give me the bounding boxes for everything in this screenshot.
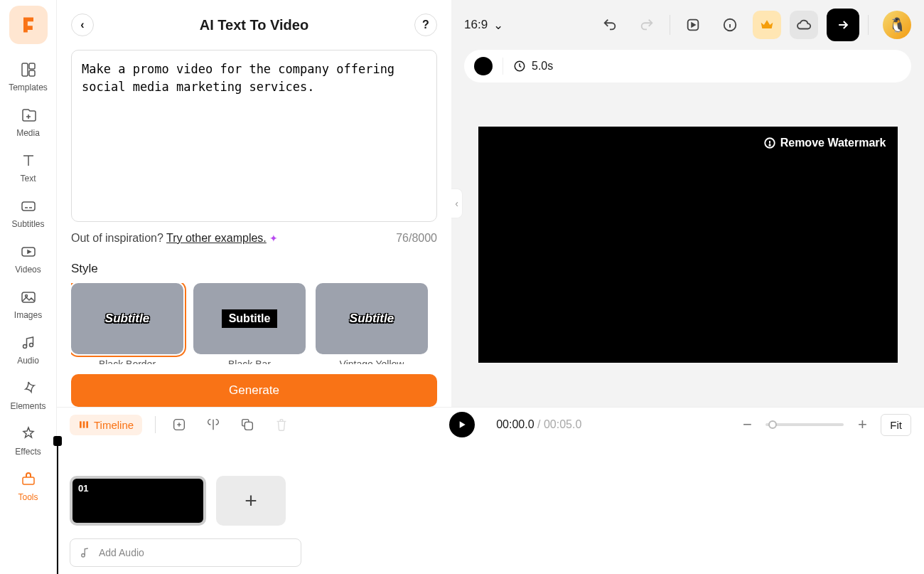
sidebar-item-videos[interactable]: Videos — [0, 235, 56, 280]
audio-icon — [18, 333, 38, 353]
svg-rect-24 — [86, 421, 88, 427]
add-audio-button[interactable]: Add Audio — [70, 538, 301, 567]
prompt-input[interactable] — [71, 50, 437, 222]
user-avatar[interactable]: 🐧 — [883, 11, 911, 39]
sidebar-item-text[interactable]: Text — [0, 144, 56, 189]
style-name: Black Border — [99, 358, 156, 364]
timeline-body[interactable]: 01 + Add Audio — [57, 442, 924, 574]
add-button[interactable] — [168, 414, 190, 435]
fit-button[interactable]: Fit — [881, 414, 911, 436]
back-button[interactable]: ‹ — [71, 14, 94, 36]
tools-icon — [18, 469, 38, 489]
svg-rect-10 — [22, 292, 35, 302]
svg-rect-5 — [22, 202, 35, 211]
sidebar-item-label: Templates — [9, 83, 48, 92]
zoom-slider[interactable] — [765, 423, 844, 426]
char-counter: 76/8000 — [396, 232, 437, 245]
play-button[interactable] — [449, 412, 475, 437]
templates-icon — [18, 60, 38, 80]
remove-watermark-button[interactable]: Remove Watermark — [763, 137, 886, 149]
text-icon — [18, 151, 38, 171]
top-toolbar: 16:9 ⌄ 🐧 — [451, 0, 924, 50]
svg-rect-1 — [29, 63, 35, 69]
svg-rect-0 — [22, 63, 28, 76]
undo-button[interactable] — [596, 11, 624, 39]
sidebar-item-media[interactable]: Media — [0, 98, 56, 144]
sidebar-item-label: Videos — [15, 265, 41, 275]
sidebar-item-effects[interactable]: Effects — [0, 417, 56, 462]
svg-point-21 — [769, 144, 770, 146]
sidebar-item-label: Media — [16, 128, 40, 138]
zoom-in-button[interactable]: + — [854, 415, 871, 434]
sidebar-item-templates[interactable]: Templates — [0, 53, 56, 98]
text-to-video-panel: ‹ AI Text To Video ? Out of inspiration?… — [57, 0, 451, 407]
sidebar-item-label: Subtitles — [11, 219, 44, 229]
svg-rect-2 — [29, 70, 35, 76]
sidebar-item-tools[interactable]: Tools — [0, 462, 56, 508]
svg-marker-29 — [460, 421, 466, 427]
timeline-toolbar: Timeline 00:00.0 / 00:05.0 − + Fit — [57, 408, 924, 442]
delete-button[interactable] — [271, 414, 292, 435]
images-icon — [18, 287, 38, 307]
style-label: Style — [71, 262, 437, 276]
subtitles-icon — [18, 196, 38, 216]
scene-bar: 5.0s — [464, 50, 911, 83]
sparkle-icon: ✦ — [269, 233, 278, 244]
sidebar-item-subtitles[interactable]: Subtitles — [0, 189, 56, 235]
elements-icon — [18, 378, 38, 398]
media-icon — [18, 105, 38, 125]
svg-rect-22 — [80, 421, 82, 427]
zoom-out-button[interactable]: − — [738, 415, 756, 434]
preview-button[interactable] — [679, 11, 707, 39]
svg-marker-16 — [692, 23, 695, 27]
clip-01[interactable]: 01 — [70, 476, 206, 526]
styles-row: Subtitle Black Border Subtitle Black Bar… — [71, 283, 437, 364]
help-button[interactable]: ? — [414, 14, 437, 36]
timecode: 00:00.0 / 00:05.0 — [496, 418, 581, 431]
video-canvas[interactable]: Remove Watermark — [478, 127, 898, 363]
sidebar-item-label: Effects — [15, 447, 41, 457]
aspect-ratio-dropdown[interactable]: 16:9 ⌄ — [464, 18, 503, 33]
style-option-vintage-yellow[interactable]: Subtitle — [316, 283, 428, 354]
style-name: Black Bar — [228, 358, 271, 364]
scene-thumbnail[interactable] — [474, 57, 493, 75]
svg-point-30 — [82, 554, 85, 558]
generate-button[interactable]: Generate — [71, 374, 437, 407]
sidebar: Templates Media Text Subtitles Videos Im… — [0, 0, 57, 574]
style-option-black-bar[interactable]: Subtitle — [193, 283, 306, 354]
info-button[interactable] — [716, 11, 744, 39]
inspiration-text: Out of inspiration? Try other examples.✦ — [71, 232, 278, 245]
sidebar-item-elements[interactable]: Elements — [0, 371, 56, 417]
svg-marker-9 — [28, 250, 31, 253]
sidebar-item-audio[interactable]: Audio — [0, 326, 56, 371]
split-button[interactable] — [203, 414, 224, 435]
style-option-black-border[interactable]: Subtitle — [71, 283, 183, 354]
cloud-save-button[interactable] — [790, 11, 818, 39]
svg-rect-23 — [83, 421, 85, 427]
scene-duration[interactable]: 5.0s — [513, 60, 553, 73]
panel-title: AI Text To Video — [200, 17, 308, 33]
chevron-down-icon: ⌄ — [493, 18, 503, 33]
music-note-icon — [79, 546, 92, 559]
duplicate-button[interactable] — [237, 414, 258, 435]
effects-icon — [18, 424, 38, 444]
redo-button[interactable] — [633, 11, 661, 39]
export-button[interactable] — [827, 9, 859, 41]
timeline-tab[interactable]: Timeline — [70, 415, 142, 435]
add-clip-button[interactable]: + — [216, 476, 286, 526]
clock-icon — [513, 60, 526, 73]
timeline-section: Timeline 00:00.0 / 00:05.0 − + Fit 01 + — [57, 407, 924, 574]
sidebar-item-label: Tools — [18, 492, 38, 502]
timeline-icon — [78, 419, 90, 430]
sidebar-item-label: Elements — [10, 401, 45, 411]
sidebar-item-images[interactable]: Images — [0, 280, 56, 326]
upgrade-button[interactable] — [753, 11, 781, 39]
collapse-panel-button[interactable]: ‹ — [451, 188, 463, 218]
info-icon — [763, 137, 776, 149]
try-examples-link[interactable]: Try other examples. — [166, 232, 267, 244]
preview-panel: 16:9 ⌄ 🐧 5.0s — [451, 0, 924, 407]
sidebar-item-label: Audio — [17, 356, 39, 366]
playhead[interactable] — [57, 442, 58, 574]
svg-rect-14 — [23, 477, 34, 484]
app-logo[interactable] — [9, 6, 48, 44]
